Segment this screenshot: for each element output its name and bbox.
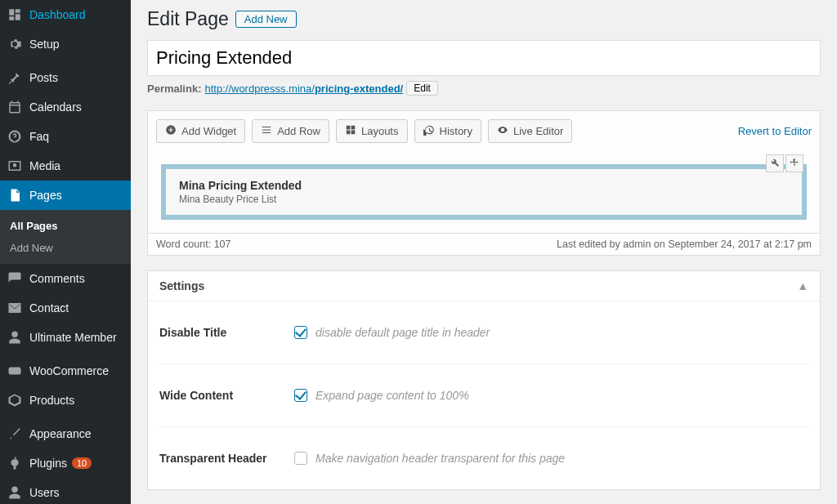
checkbox-disable-title[interactable]: [294, 326, 307, 339]
woo-icon: [7, 363, 23, 379]
sidebar-item-label: Faq: [29, 130, 49, 143]
gear-icon: [7, 36, 23, 52]
rows-icon: [261, 124, 272, 138]
builder-toolbar: Add Widget Add Row Layouts History: [148, 111, 820, 151]
grid-icon: [345, 124, 356, 138]
setting-description: Make navigation header transparent for t…: [316, 452, 565, 465]
row-controls: [766, 154, 803, 172]
sidebar-item-posts[interactable]: Posts: [0, 63, 131, 92]
sidebar-item-label: WooCommerce: [29, 364, 109, 377]
sidebar-item-label: Media: [29, 159, 60, 172]
user-icon: [7, 484, 23, 501]
move-icon: [790, 158, 799, 170]
sidebar-item-contact[interactable]: Contact: [0, 293, 131, 323]
add-row-button[interactable]: Add Row: [252, 119, 329, 143]
setting-row-transparent-header: Transparent HeaderMake navigation header…: [159, 427, 808, 489]
checkbox-transparent-header[interactable]: [294, 452, 307, 465]
edit-permalink-button[interactable]: Edit: [406, 81, 438, 96]
add-new-page-button[interactable]: Add New: [235, 11, 297, 28]
mail-icon: [7, 300, 23, 316]
sidebar-item-media[interactable]: Media: [0, 151, 131, 181]
sidebar-submenu-pages: All PagesAdd New: [0, 210, 131, 264]
setting-row-disable-title: Disable Titledisable default page title …: [159, 301, 808, 364]
sidebar-item-users[interactable]: Users: [0, 478, 131, 504]
sidebar-item-label: Plugins: [29, 457, 67, 470]
widget-block[interactable]: Mina Pricing Extended Mina Beauty Price …: [161, 164, 807, 220]
row-move-button[interactable]: [786, 154, 803, 172]
page-builder-panel: Add Widget Add Row Layouts History: [147, 110, 821, 256]
plus-circle-icon: [165, 124, 177, 138]
update-count-badge: 10: [72, 457, 92, 469]
add-widget-button[interactable]: Add Widget: [156, 119, 245, 143]
setting-label: Wide Content: [159, 389, 294, 402]
sidebar-item-label: Contact: [29, 301, 69, 314]
page-icon: [7, 187, 23, 203]
settings-body: Disable Titledisable default page title …: [148, 301, 820, 489]
checkbox-wide-content[interactable]: [294, 389, 307, 402]
admin-sidebar: DashboardSetupPostsCalendarsFaqMediaPage…: [0, 0, 131, 504]
history-icon: [423, 124, 435, 138]
builder-row: Mina Pricing Extended Mina Beauty Price …: [148, 151, 820, 233]
sidebar-item-label: Setup: [29, 38, 60, 51]
sidebar-item-label: Dashboard: [29, 8, 86, 21]
sidebar-item-label: Users: [29, 486, 60, 499]
setting-description: Expand page content to 100%: [316, 389, 469, 402]
layouts-button[interactable]: Layouts: [336, 119, 408, 143]
editor-statusbar: Word count: 107 Last edited by admin on …: [148, 233, 820, 255]
media-icon: [7, 158, 23, 174]
user-icon: [7, 329, 23, 346]
permalink-row: Permalink: http://wordpresss.mina/pricin…: [147, 81, 821, 96]
word-count: Word count: 107: [156, 239, 231, 250]
eye-icon: [497, 124, 508, 138]
collapse-toggle-icon[interactable]: ▲: [797, 279, 808, 292]
sidebar-item-products[interactable]: Products: [0, 386, 131, 415]
pin-icon: [7, 69, 23, 86]
setting-label: Disable Title: [159, 326, 294, 339]
sidebar-item-dashboard[interactable]: Dashboard: [0, 0, 131, 29]
sidebar-item-label: Products: [29, 394, 74, 407]
live-editor-button[interactable]: Live Editor: [488, 119, 572, 143]
settings-panel-header[interactable]: Settings ▲: [148, 271, 820, 301]
sidebar-item-label: Calendars: [29, 100, 82, 114]
help-icon: [7, 128, 23, 145]
permalink-url[interactable]: http://wordpresss.mina/pricing-extended/: [204, 83, 403, 95]
sidebar-item-label: Comments: [29, 272, 85, 285]
widget-title: Mina Pricing Extended: [179, 179, 789, 192]
last-edited: Last edited by admin on September 24, 20…: [557, 239, 812, 250]
post-title-input[interactable]: [147, 40, 821, 76]
sidebar-item-calendars[interactable]: Calendars: [0, 92, 131, 122]
sidebar-item-label: Appearance: [29, 427, 92, 440]
sidebar-item-setup[interactable]: Setup: [0, 29, 131, 59]
box-icon: [7, 392, 23, 408]
plug-icon: [7, 455, 23, 471]
page-settings-panel: Settings ▲ Disable Titledisable default …: [147, 270, 821, 490]
sidebar-item-label: Posts: [29, 71, 58, 84]
page-header: Edit Page Add New: [147, 8, 821, 30]
submenu-item-add-new[interactable]: Add New: [0, 237, 131, 259]
calendar-icon: [7, 99, 23, 115]
revert-to-editor-link[interactable]: Revert to Editor: [738, 125, 812, 137]
sidebar-item-label: Pages: [29, 189, 62, 202]
history-button[interactable]: History: [414, 119, 481, 143]
sidebar-item-comments[interactable]: Comments: [0, 264, 131, 293]
sidebar-item-woocommerce[interactable]: WooCommerce: [0, 356, 131, 386]
setting-description: disable default page title in header: [316, 326, 490, 339]
permalink-label: Permalink:: [147, 83, 201, 95]
dashboard-icon: [7, 7, 23, 23]
setting-label: Transparent Header: [159, 452, 294, 465]
setting-row-wide-content: Wide ContentExpand page content to 100%: [159, 364, 808, 427]
settings-panel-title: Settings: [159, 279, 204, 292]
sidebar-item-pages[interactable]: Pages: [0, 181, 131, 210]
brush-icon: [7, 426, 23, 442]
widget-subtitle: Mina Beauty Price List: [179, 194, 789, 205]
sidebar-item-faq[interactable]: Faq: [0, 122, 131, 151]
sidebar-item-plugins[interactable]: Plugins10: [0, 448, 131, 478]
page-title: Edit Page: [147, 8, 229, 30]
sidebar-item-ultimate-member[interactable]: Ultimate Member: [0, 323, 131, 352]
submenu-item-all-pages[interactable]: All Pages: [0, 215, 131, 237]
svg-rect-0: [9, 368, 21, 375]
sidebar-item-appearance[interactable]: Appearance: [0, 419, 131, 448]
wrench-icon: [770, 158, 780, 170]
row-settings-button[interactable]: [766, 154, 784, 172]
comment-icon: [7, 270, 23, 287]
